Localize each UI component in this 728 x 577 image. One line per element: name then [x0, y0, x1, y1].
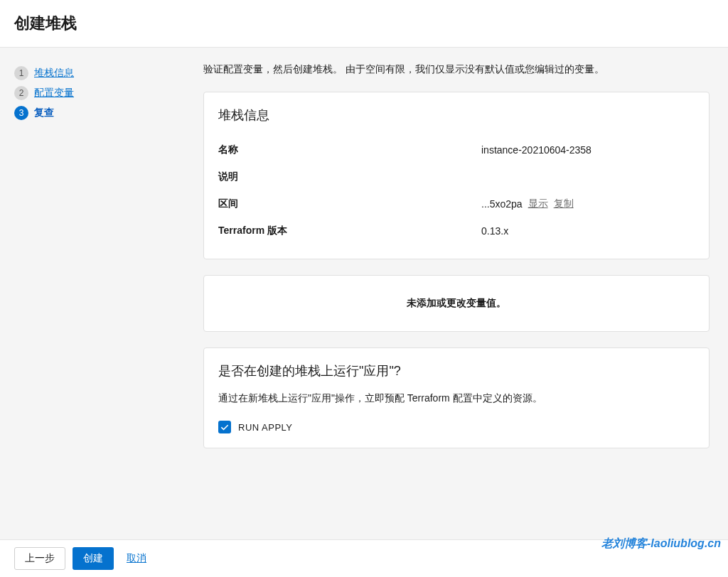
compartment-id: ...5xo2pa	[481, 198, 523, 210]
info-row-terraform-version: Terraform 版本 0.13.x	[218, 217, 695, 244]
stack-info-panel: 堆栈信息 名称 instance-20210604-2358 说明 区间 ...…	[203, 92, 710, 259]
page-title: 创建堆栈	[14, 13, 714, 34]
info-label: 区间	[218, 198, 481, 210]
step-number-icon: 2	[14, 86, 28, 100]
apply-description: 通过在新堆栈上运行"应用"操作，立即预配 Terraform 配置中定义的资源。	[218, 392, 695, 405]
step-item-config-vars[interactable]: 2 配置变量	[14, 83, 185, 103]
step-label: 配置变量	[34, 87, 74, 99]
intro-text: 验证配置变量，然后创建堆栈。 由于空间有限，我们仅显示没有默认值或您编辑过的变量…	[203, 63, 710, 76]
info-row-name: 名称 instance-20210604-2358	[218, 136, 695, 163]
variables-panel: 未添加或更改变量值。	[203, 275, 710, 332]
create-button[interactable]: 创建	[73, 547, 114, 570]
step-number-icon: 3	[14, 106, 28, 120]
step-item-stack-info[interactable]: 1 堆栈信息	[14, 63, 185, 83]
info-row-compartment: 区间 ...5xo2pa 显示 复制	[218, 190, 695, 217]
copy-link[interactable]: 复制	[554, 198, 574, 210]
apply-panel: 是否在创建的堆栈上运行"应用"? 通过在新堆栈上运行"应用"操作，立即预配 Te…	[203, 347, 710, 448]
step-number-icon: 1	[14, 66, 28, 80]
info-label: 名称	[218, 144, 481, 156]
info-label: 说明	[218, 171, 481, 183]
wizard-steps-sidebar: 1 堆栈信息 2 配置变量 3 复查	[0, 48, 199, 539]
show-link[interactable]: 显示	[528, 198, 548, 210]
step-item-review[interactable]: 3 复查	[14, 103, 185, 123]
main-content: 验证配置变量，然后创建堆栈。 由于空间有限，我们仅显示没有默认值或您编辑过的变量…	[199, 48, 728, 539]
run-apply-label: RUN APPLY	[238, 422, 293, 433]
info-value: instance-20210604-2358	[481, 144, 695, 156]
info-value	[481, 171, 695, 183]
run-apply-checkbox[interactable]	[218, 421, 231, 433]
prev-button[interactable]: 上一步	[14, 547, 65, 570]
footer-actions: 上一步 创建 取消	[0, 539, 728, 577]
info-label: Terraform 版本	[218, 225, 481, 237]
info-row-desc: 说明	[218, 163, 695, 190]
cancel-button[interactable]: 取消	[121, 548, 152, 569]
info-value: 0.13.x	[481, 225, 695, 237]
step-label: 复查	[34, 107, 54, 119]
no-variables-text: 未添加或更改变量值。	[218, 297, 695, 310]
check-icon	[220, 423, 229, 431]
section-title-stack-info: 堆栈信息	[218, 107, 695, 124]
section-title-apply: 是否在创建的堆栈上运行"应用"?	[218, 362, 695, 379]
step-label: 堆栈信息	[34, 67, 74, 80]
